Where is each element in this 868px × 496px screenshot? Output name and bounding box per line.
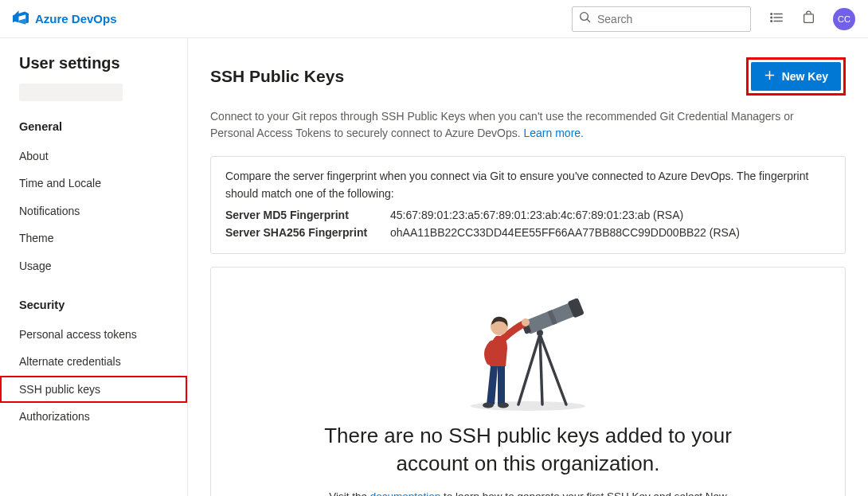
page-description-text: Connect to your Git repos through SSH Pu… [210, 110, 794, 139]
svg-point-20 [483, 402, 494, 408]
avatar-initials: CC [838, 14, 850, 24]
sidebar-item-theme[interactable]: Theme [0, 225, 187, 252]
fp-sha256-value: ohAA11BB22CC33DD44EE55FF66AA77BB88CC99DD… [390, 225, 740, 242]
sidebar-item-ssh-keys[interactable]: SSH public keys [0, 376, 187, 403]
plus-icon [764, 69, 776, 84]
fingerprint-intro: Compare the server fingerprint when you … [225, 168, 831, 202]
fp-md5-value: 45:67:89:01:23:a5:67:89:01:23:ab:4c:67:8… [390, 207, 683, 225]
empty-title: There are no SSH public keys added to yo… [321, 422, 735, 478]
sidebar-item-about[interactable]: About [0, 143, 187, 170]
list-icon[interactable] [770, 10, 784, 28]
fp-md5-label: Server MD5 Fingerprint [225, 207, 382, 225]
new-key-button[interactable]: New Key [751, 62, 841, 91]
azure-devops-logo-icon [13, 10, 29, 29]
sidebar-section-security: Security [0, 294, 187, 316]
svg-line-12 [518, 334, 540, 404]
sidebar-item-pat[interactable]: Personal access tokens [0, 321, 187, 348]
empty-state-card: There are no SSH public keys added to yo… [210, 267, 846, 496]
sidebar-section-general: General [0, 115, 187, 138]
sidebar-item-usage[interactable]: Usage [0, 252, 187, 279]
documentation-link[interactable]: documentation [370, 490, 441, 496]
svg-point-5 [771, 13, 772, 14]
svg-point-22 [522, 318, 530, 326]
page-title: SSH Public Keys [210, 67, 344, 86]
sidebar-item-authorizations[interactable]: Authorizations [0, 403, 187, 430]
svg-point-0 [581, 13, 588, 21]
topbar: Azure DevOps CC [0, 0, 868, 38]
new-key-highlight: New Key [746, 57, 846, 96]
svg-line-1 [587, 19, 590, 22]
search-input-wrapper[interactable] [572, 6, 751, 32]
svg-line-14 [540, 334, 566, 404]
profile-name-placeholder [19, 84, 123, 101]
sidebar-item-notifications[interactable]: Notifications [0, 197, 187, 225]
empty-sub-suffix: to learn how to generate your first SSH … [440, 490, 726, 496]
svg-line-13 [540, 334, 542, 404]
svg-point-7 [771, 20, 772, 21]
learn-more-link[interactable]: Learn more. [524, 127, 584, 139]
svg-point-6 [771, 17, 772, 18]
search-icon [579, 11, 591, 26]
avatar[interactable]: CC [833, 8, 855, 30]
brand[interactable]: Azure DevOps [13, 10, 117, 29]
new-key-label: New Key [782, 70, 828, 83]
fp-md5-row: Server MD5 Fingerprint 45:67:89:01:23:a5… [225, 207, 831, 225]
fingerprint-card: Compare the server fingerprint when you … [210, 156, 846, 254]
bag-icon[interactable] [802, 10, 815, 27]
sidebar-item-alt-creds[interactable]: Alternate credentials [0, 348, 187, 375]
search-input[interactable] [597, 13, 744, 25]
svg-point-21 [498, 402, 509, 408]
empty-sub-prefix: Visit the [329, 490, 370, 496]
page-description: Connect to your Git repos through SSH Pu… [210, 108, 831, 142]
empty-illustration [230, 287, 826, 414]
empty-subtext: Visit the documentation to learn how to … [329, 489, 727, 496]
fp-sha256-row: Server SHA256 Fingerprint ohAA11BB22CC33… [225, 225, 831, 242]
main-content: SSH Public Keys New Key Connect to your … [188, 38, 868, 496]
sidebar-item-time-locale[interactable]: Time and Locale [0, 170, 187, 197]
brand-name: Azure DevOps [35, 12, 117, 25]
svg-rect-8 [804, 14, 814, 23]
fp-sha256-label: Server SHA256 Fingerprint [225, 225, 382, 242]
sidebar: User settings General About Time and Loc… [0, 38, 188, 496]
sidebar-title: User settings [0, 54, 187, 72]
